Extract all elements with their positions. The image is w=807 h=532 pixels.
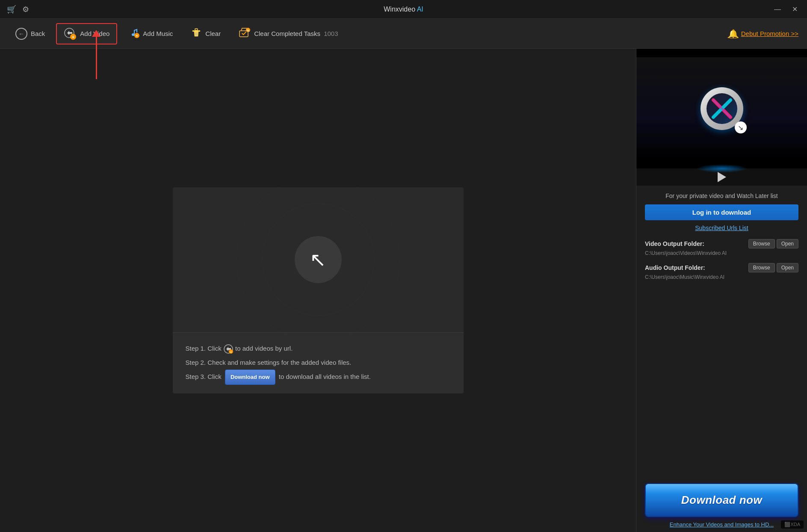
back-icon: ←	[15, 28, 27, 40]
winx-logo: ↘	[701, 87, 743, 130]
cart-icon[interactable]: 🛒	[7, 5, 16, 14]
minimize-button[interactable]: —	[772, 5, 783, 14]
video-open-button[interactable]: Open	[777, 239, 798, 248]
settings-icon[interactable]: ⚙	[22, 5, 29, 14]
inline-download-button[interactable]: Download now	[225, 369, 275, 385]
svg-text:%: %	[247, 29, 250, 33]
svg-text:+: +	[136, 34, 138, 38]
close-button[interactable]: ✕	[789, 4, 800, 14]
upload-arrow-icon: ↖	[310, 250, 326, 269]
video-thumbnail: ↘	[636, 57, 807, 160]
audio-open-button[interactable]: Open	[777, 263, 798, 272]
audio-output-buttons: Browse Open	[748, 263, 798, 272]
arrowhead	[92, 30, 101, 37]
audio-output-row: Audio Output Folder: Browse Open C:\User…	[645, 263, 798, 280]
upload-button[interactable]: ↖	[295, 236, 342, 283]
main-layout: ↖ Step 1. Click + to add videos by url.	[0, 49, 807, 532]
toolbar: ← Back + Add Video +	[0, 19, 807, 49]
svg-text:+: +	[230, 350, 232, 354]
svg-rect-8	[195, 29, 198, 30]
audio-output-path: C:\Users\joaoc\Music\Winxvideo AI	[645, 274, 798, 280]
left-panel: ↖ Step 1. Click + to add videos by url.	[0, 49, 636, 532]
private-video-text: For your private video and Watch Later l…	[645, 192, 798, 199]
output-section: Video Output Folder: Browse Open C:\User…	[645, 239, 798, 280]
title-bar: 🛒 ⚙ Winxvideo AI — ✕	[0, 0, 807, 19]
arrow-line	[96, 36, 97, 79]
video-output-path: C:\Users\joaoc\Videos\Winxvideo AI	[645, 250, 798, 256]
right-panel: ↘ For your private video and Watch Later…	[636, 49, 807, 532]
clear-completed-tasks-button[interactable]: % Clear Completed Tasks 1003	[232, 23, 345, 44]
inline-add-icon: +	[223, 344, 234, 354]
add-music-icon: +	[128, 27, 139, 41]
add-video-icon: +	[64, 27, 77, 40]
play-button[interactable]	[718, 172, 726, 182]
bell-icon: 🔔	[728, 29, 739, 39]
audio-output-label: Audio Output Folder: Browse Open	[645, 263, 798, 272]
download-now-button[interactable]: Download now	[645, 483, 798, 517]
video-preview: ↘	[636, 49, 807, 168]
add-music-button[interactable]: + Add Music	[121, 24, 180, 44]
svg-point-3	[132, 33, 134, 36]
xda-watermark: ⬛XDA	[781, 520, 804, 529]
app-title: Winxvideo AI	[384, 6, 423, 13]
login-download-button[interactable]: Log in to download	[645, 204, 798, 220]
svg-text:+: +	[72, 34, 74, 39]
logo-arrow-icon: ↘	[735, 121, 747, 133]
logo-glow	[696, 164, 748, 173]
video-output-row: Video Output Folder: Browse Open C:\User…	[645, 239, 798, 256]
clear-icon	[191, 27, 202, 41]
video-browse-button[interactable]: Browse	[748, 239, 775, 248]
subscribed-urls-link[interactable]: Subscribed Urls List	[645, 225, 798, 231]
back-button[interactable]: ← Back	[9, 24, 52, 43]
promotion-link[interactable]: 🔔 Debut Promotion >>	[728, 29, 798, 39]
clear-completed-icon: %	[239, 27, 251, 41]
drop-zone[interactable]: ↖ Step 1. Click + to add videos by url.	[173, 187, 464, 394]
right-content: For your private video and Watch Later l…	[636, 186, 807, 475]
audio-browse-button[interactable]: Browse	[748, 263, 775, 272]
video-output-label: Video Output Folder: Browse Open	[645, 239, 798, 248]
step3-text: Step 3. Click Download now to download a…	[186, 369, 451, 385]
clear-completed-tasks-label: Clear Completed Tasks 1003	[254, 30, 338, 37]
drop-zone-upper[interactable]: ↖	[173, 187, 464, 333]
video-output-buttons: Browse Open	[748, 239, 798, 248]
clear-button[interactable]: Clear	[184, 24, 228, 44]
add-video-button[interactable]: + Add Video	[56, 23, 117, 44]
window-controls: — ✕	[772, 4, 800, 14]
arrow-indicator	[92, 30, 101, 79]
